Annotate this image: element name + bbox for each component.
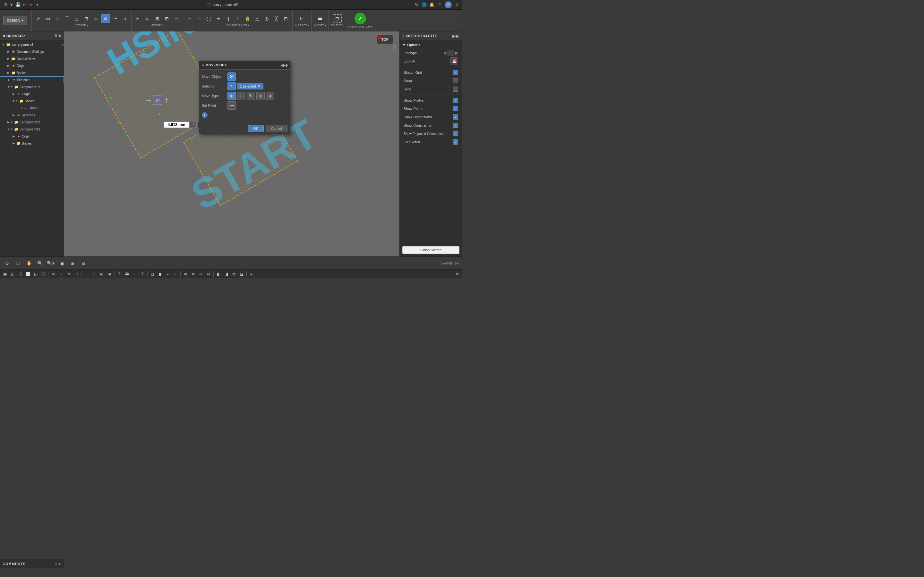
tree-item-comp1-origin[interactable]: ▶ ✦ Origin [0, 90, 64, 97]
tree-item-body1[interactable]: 👁 ▭ Body1 [0, 105, 64, 111]
tree-item-root[interactable]: ▼ 📁 sorry game v6 ● [0, 41, 64, 48]
circle-tool-btn[interactable]: ○ [53, 14, 62, 23]
show-constraints-checkbox[interactable]: ✓ [453, 123, 458, 128]
web-icon[interactable]: 🌐 [422, 2, 427, 7]
selection-clear-btn[interactable]: ✕ [257, 84, 260, 89]
tree-item-comp1-sketches[interactable]: ▶ ✏ Sketches [0, 111, 64, 119]
display-mode-btn[interactable]: ▣ [57, 259, 66, 268]
bt-sheetmetal-btn[interactable]: ⬜ [24, 271, 31, 277]
zoom-status-btn[interactable]: 🔍 [35, 259, 44, 268]
look-at-btn[interactable]: 📅 [451, 57, 458, 65]
bt-stretch-btn[interactable]: ↔ [57, 271, 65, 277]
linetype-next-btn[interactable]: ▶ [455, 51, 458, 55]
tree-item-component2[interactable]: ▶ 👁 📁 Component2:1 [0, 119, 64, 126]
save-icon[interactable]: 💾 [15, 2, 21, 7]
conic-tool-btn[interactable]: ∪ [120, 14, 129, 23]
selection-chip[interactable]: 1 selected ✕ [237, 83, 263, 89]
bt-filter2-btn[interactable]: ⊗ [190, 271, 197, 277]
move-alt-btn[interactable]: ⊚ [266, 92, 274, 100]
move-point-btn[interactable]: ⊙ [256, 92, 265, 100]
close-icon[interactable]: ✕ [454, 2, 459, 7]
parallel-btn[interactable]: ∥ [224, 14, 233, 23]
move-free-btn[interactable]: ⊕ [228, 92, 236, 100]
zoom-dropdown-btn[interactable]: 🔍▾ [46, 259, 55, 268]
bt-point-btn[interactable]: · [131, 271, 138, 277]
pattern-btn[interactable]: ⊞ [162, 14, 171, 23]
bt-extra-btn[interactable]: ▸ [248, 271, 255, 277]
show-dimensions-checkbox[interactable]: ✓ [453, 114, 458, 119]
sketch-grid-checkbox[interactable]: ✓ [453, 70, 458, 75]
tree-item-doc-settings[interactable]: ▶ ⚙ Document Settings [0, 48, 64, 55]
show-projected-checkbox[interactable]: ✓ [453, 131, 458, 136]
bt-tool1-btn[interactable]: ⬛ [40, 271, 47, 277]
bt-solid-btn[interactable]: ▣ [1, 271, 8, 277]
bt-proj-btn[interactable]: ⊤ [139, 271, 146, 277]
bt-rotate-btn[interactable]: ↻ [65, 271, 72, 277]
move-rotate-btn[interactable]: ↻ [247, 92, 255, 100]
perp-btn[interactable]: ⊥ [233, 14, 242, 23]
line-tool-btn[interactable]: ↗ [34, 14, 43, 23]
bt-sel1-btn[interactable]: ◻ [149, 271, 156, 277]
app-grid-icon[interactable]: ⊞ [3, 2, 8, 7]
select-btn[interactable]: ⊡ [333, 14, 342, 23]
sym-btn[interactable]: ⊡ [281, 14, 290, 23]
more-icon[interactable]: ▾ [35, 2, 40, 7]
equal-btn[interactable]: ═ [214, 14, 223, 23]
x-dimension-input[interactable]: 4.612 mm [164, 121, 189, 128]
tree-item-comp3-bodies[interactable]: ▶ 📁 Bodies [0, 140, 64, 147]
help-icon[interactable]: ? [437, 2, 442, 7]
bt-dim-btn[interactable]: ⊩ [83, 271, 90, 277]
bt-text-btn[interactable]: T [116, 271, 123, 277]
comp1-expand-icon[interactable]: ▼ [6, 85, 10, 89]
tree-item-named-views[interactable]: ▶ 📂 Named Views [0, 55, 64, 62]
browser-collapse-icon[interactable]: ▶ [59, 34, 61, 38]
bt-filter1-btn[interactable]: ⊕ [182, 271, 189, 277]
bt-mirror-btn[interactable]: ⊣ [73, 271, 80, 277]
snap-status-btn[interactable]: ⊙ [3, 259, 11, 268]
bt-view1-btn[interactable]: ◧ [215, 271, 222, 277]
measure-btn[interactable]: ⊢ [297, 14, 306, 23]
tree-item-sketches[interactable]: ▶ ✏ Sketches [0, 76, 64, 83]
bt-view4-btn[interactable]: ◪ [238, 271, 245, 277]
options-chevron-icon[interactable]: ▼ [402, 43, 406, 47]
bt-move-btn[interactable]: ⊕ [50, 271, 57, 277]
arc-tool-btn[interactable]: ⌒ [63, 14, 71, 23]
dim-btn[interactable]: ⊩ [185, 14, 194, 23]
show-points-checkbox[interactable]: ✓ [453, 106, 458, 111]
project-btn[interactable]: ⊠ [153, 14, 162, 23]
set-pivot-btn[interactable]: ⊶ [228, 101, 236, 110]
spline-tool-btn[interactable]: 〜 [111, 14, 120, 23]
bt-mesh-btn[interactable]: ⬡ [17, 271, 24, 277]
bell-icon[interactable]: 🔔 [429, 2, 435, 7]
root-expand-icon[interactable]: ▼ [1, 43, 5, 47]
user-avatar[interactable]: JP [445, 1, 452, 8]
move-tool-btn[interactable]: ⊕ [101, 14, 110, 23]
cancel-button[interactable]: Cancel [266, 125, 288, 132]
pan-status-btn[interactable]: ✋ [24, 259, 33, 268]
undo-icon[interactable]: ↩ [22, 2, 27, 7]
tangent-btn[interactable]: △ [252, 14, 262, 23]
mirror-btn[interactable]: ⊣ [172, 14, 181, 23]
rect-tool-btn[interactable]: ▭ [43, 14, 52, 23]
slice-checkbox[interactable] [453, 87, 458, 92]
tree-item-comp3-origin[interactable]: ▶ ✦ Origin [0, 133, 64, 140]
palette-expand-icon[interactable]: ▶▶ [452, 33, 459, 39]
redo-icon[interactable]: ↪ [28, 2, 33, 7]
bt-view3-btn[interactable]: ◩ [230, 271, 237, 277]
snap-checkbox[interactable] [453, 78, 458, 83]
offset-btn[interactable]: ⊂ [143, 14, 152, 23]
move-x-btn[interactable]: ↔ [237, 92, 246, 100]
bt-comp-btn[interactable]: ◱ [32, 271, 39, 277]
dialog-expand-icon[interactable]: ◀◀ [280, 63, 288, 68]
slot-tool-btn[interactable]: ⊟ [82, 14, 91, 23]
browser-settings-icon[interactable]: ⚙ [54, 34, 57, 38]
polygon-tool-btn[interactable]: △ [72, 14, 81, 23]
finish-sketch-palette-button[interactable]: Finish Sketch [402, 246, 459, 254]
bt-settings-btn[interactable]: ⚙ [454, 271, 461, 277]
bt-sel3-btn[interactable]: ▪ [164, 271, 171, 277]
3d-sketch-checkbox[interactable]: ✓ [453, 139, 458, 145]
move-object-btn[interactable] [228, 73, 236, 81]
concentric-btn[interactable]: ◎ [262, 14, 271, 23]
show-profile-checkbox[interactable]: ✓ [453, 98, 458, 103]
bt-surface-btn[interactable]: ◫ [9, 271, 16, 277]
